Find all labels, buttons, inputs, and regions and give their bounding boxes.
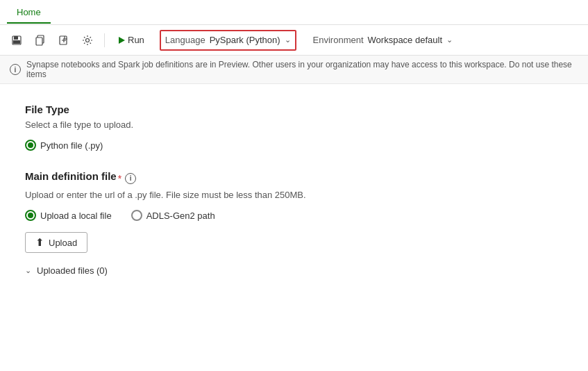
python-file-radio[interactable] bbox=[25, 140, 36, 151]
svg-point-6 bbox=[86, 38, 90, 42]
main-def-info-icon[interactable]: i bbox=[125, 173, 136, 184]
uploaded-files-label: Uploaded files (0) bbox=[37, 265, 108, 276]
file-type-title: File Type bbox=[25, 104, 563, 115]
main-def-header: Main definition file * i bbox=[25, 170, 563, 186]
info-icon: i bbox=[10, 64, 21, 75]
play-icon bbox=[119, 37, 125, 44]
main-content: File Type Select a file type to upload. … bbox=[0, 84, 588, 295]
python-file-label: Python file (.py) bbox=[40, 140, 103, 151]
copy-button[interactable] bbox=[31, 31, 50, 50]
main-def-radio-group: Upload a local file ADLS-Gen2 path bbox=[25, 210, 563, 221]
save-button[interactable] bbox=[7, 31, 26, 50]
adls-radio[interactable] bbox=[131, 210, 142, 221]
language-selector[interactable]: Language PySpark (Python) ⌄ bbox=[160, 30, 296, 51]
tab-bar: Home bbox=[0, 0, 588, 25]
svg-rect-2 bbox=[13, 40, 20, 44]
language-chevron-icon[interactable]: ⌄ bbox=[285, 35, 291, 44]
upload-local-option[interactable]: Upload a local file bbox=[25, 210, 112, 221]
adls-option[interactable]: ADLS-Gen2 path bbox=[131, 210, 215, 221]
upload-button[interactable]: ⬆ Upload bbox=[25, 232, 87, 253]
python-file-option[interactable]: Python file (.py) bbox=[25, 140, 103, 151]
new-file-button[interactable] bbox=[54, 31, 74, 50]
upload-button-label: Upload bbox=[49, 238, 77, 248]
collapse-icon[interactable]: ⌄ bbox=[25, 266, 31, 275]
file-type-desc: Select a file type to upload. bbox=[25, 119, 563, 130]
upload-local-radio[interactable] bbox=[25, 210, 36, 221]
language-value: PySpark (Python) bbox=[210, 35, 280, 45]
upload-local-label: Upload a local file bbox=[40, 211, 112, 221]
info-message: Synapse notebooks and Spark job definiti… bbox=[26, 60, 578, 79]
main-def-section: Main definition file * i Upload or enter… bbox=[25, 170, 563, 276]
main-def-title: Main definition file bbox=[25, 170, 117, 182]
adls-label: ADLS-Gen2 path bbox=[146, 211, 215, 221]
env-value: Workspace default bbox=[368, 35, 442, 45]
env-chevron-icon[interactable]: ⌄ bbox=[446, 35, 453, 44]
toolbar: Run Language PySpark (Python) ⌄ Environm… bbox=[0, 25, 588, 56]
info-bar: i Synapse notebooks and Spark job defini… bbox=[0, 56, 588, 84]
file-type-section: File Type Select a file type to upload. … bbox=[25, 104, 563, 151]
required-indicator: * bbox=[118, 173, 121, 184]
main-def-desc: Upload or enter the url of a .py file. F… bbox=[25, 190, 563, 200]
svg-rect-1 bbox=[14, 36, 18, 40]
tab-home[interactable]: Home bbox=[7, 1, 51, 23]
uploaded-files-row[interactable]: ⌄ Uploaded files (0) bbox=[25, 265, 563, 276]
language-label: Language bbox=[165, 35, 205, 45]
upload-arrow-icon: ⬆ bbox=[35, 236, 44, 249]
svg-rect-4 bbox=[36, 38, 42, 45]
env-label: Environment bbox=[313, 35, 364, 45]
env-selector[interactable]: Environment Workspace default ⌄ bbox=[308, 33, 458, 47]
run-button[interactable]: Run bbox=[112, 32, 151, 48]
toolbar-divider bbox=[104, 33, 105, 47]
settings-button[interactable] bbox=[78, 31, 97, 50]
file-type-radio-group: Python file (.py) bbox=[25, 140, 563, 151]
